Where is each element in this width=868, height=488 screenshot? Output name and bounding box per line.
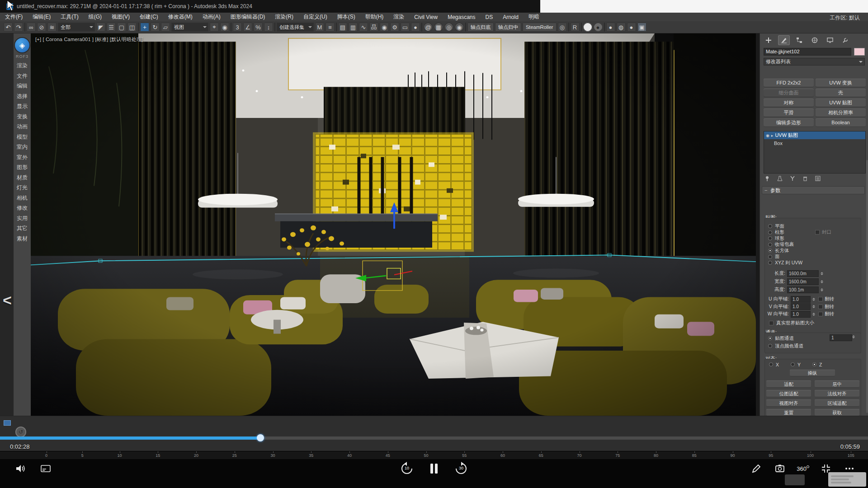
selection-filter-dropdown[interactable]: 全部 (58, 23, 95, 32)
panel-scrollbar[interactable] (866, 160, 868, 413)
modify-tab-icon[interactable] (778, 35, 790, 45)
sidebar-item[interactable]: 图形 (14, 162, 31, 173)
toolbar-icon[interactable] (274, 23, 275, 32)
menu-item[interactable]: 图形编辑器(D) (226, 13, 270, 21)
modifier-button[interactable]: UVW 变换 (816, 79, 866, 87)
forward-30-icon[interactable]: 30 (454, 462, 468, 475)
sidebar-item[interactable]: 材质 (14, 173, 31, 183)
align-button[interactable]: 居中 (815, 380, 859, 388)
toolbar-icon[interactable] (336, 23, 337, 32)
align-button[interactable]: 获取 (815, 409, 859, 416)
script-circle-a-icon[interactable]: @ (424, 23, 433, 32)
selection-region-icon[interactable]: ▢ (117, 23, 126, 32)
dimension-row[interactable]: 长度: 1600.0m (770, 269, 825, 277)
schematic-view-icon[interactable]: 品 (369, 23, 378, 32)
toolbar-icon[interactable] (231, 23, 231, 32)
align-button[interactable]: 区域适配 (815, 399, 859, 407)
mapping-option[interactable]: 面 (768, 254, 802, 260)
menu-item[interactable]: 视图(V) (107, 13, 135, 21)
spinner-icon[interactable] (812, 303, 816, 310)
script-circle-eye-icon[interactable]: ◉ (455, 23, 464, 32)
progress-handle[interactable] (257, 434, 264, 441)
toolbar-icon[interactable] (24, 23, 25, 32)
dark-ball-icon[interactable]: ● (594, 23, 603, 32)
sidebar-item[interactable]: 相机 (14, 193, 31, 203)
screenshot-icon[interactable] (773, 462, 787, 475)
axis-option[interactable]: X (769, 361, 779, 368)
flip-checkbox-icon[interactable] (818, 312, 823, 316)
sidebar-item[interactable]: 编辑 (14, 81, 31, 91)
sidebar-item[interactable]: 文件 (14, 71, 31, 81)
hierarchy-tab-icon[interactable] (793, 35, 805, 45)
pin-stack-icon[interactable] (764, 175, 771, 182)
mapping-option[interactable]: 平面 (768, 223, 802, 230)
pivot-center-button[interactable]: 轴点归中 (495, 23, 521, 32)
align-button[interactable]: 法线对齐 (815, 390, 859, 397)
menu-item[interactable]: 动画(A) (198, 13, 226, 21)
menu-item[interactable]: 渲染(R) (270, 13, 298, 21)
menu-item[interactable]: 帮助(H) (360, 13, 389, 21)
render-production-icon[interactable]: ● (411, 23, 420, 32)
sidebar-item[interactable]: 显示 (14, 101, 31, 112)
angle-snap-icon[interactable]: ∠ (243, 23, 252, 32)
sidebar-item[interactable]: 修改 (14, 203, 31, 213)
menu-item[interactable]: Civil View (409, 14, 443, 20)
sidebar-item[interactable]: 渲染 (14, 61, 31, 71)
sidebar-item[interactable]: 动画 (14, 122, 31, 132)
toolbar-icon[interactable] (421, 23, 422, 32)
tiling-row[interactable]: U 向平铺: 1.0 翻转 (764, 296, 834, 303)
menu-item[interactable]: 编辑(E) (28, 13, 56, 21)
frame-ruler[interactable]: 0510152025303540455055606570758085909510… (0, 451, 868, 460)
channel-option[interactable]: 贴图通道 (768, 334, 803, 342)
modifier-button[interactable]: UVW 贴图 (816, 99, 866, 107)
spinner-icon[interactable] (821, 278, 825, 285)
sidebar-item[interactable]: 实用 (14, 213, 31, 224)
align-button[interactable]: 位图适配 (766, 390, 811, 397)
ribbon-toggle-icon[interactable]: ▥ (349, 23, 358, 32)
previous-overlay-icon[interactable]: < (3, 291, 12, 309)
plugin-icon-4[interactable]: ▣ (637, 23, 646, 32)
tiling-row[interactable]: V 向平铺: 1.0 翻转 (764, 303, 834, 311)
viewport[interactable] (31, 33, 756, 416)
visibility-eye-icon[interactable]: ◉ (766, 133, 769, 138)
toolbar-icon[interactable] (138, 23, 139, 32)
modifier-list-dropdown[interactable]: 修改器列表 (764, 58, 865, 66)
steamroller-button[interactable]: SteamRoller (523, 23, 557, 32)
viewport-label[interactable]: [+] [ Corona Camera001 ] [标准] [默认明暗处理] (35, 36, 143, 43)
annotate-pencil-icon[interactable] (750, 462, 763, 475)
flip-checkbox-icon[interactable] (818, 305, 823, 309)
camera-tool-icon[interactable]: ◎ (558, 23, 567, 32)
sidebar-logo-icon[interactable]: ◈ (15, 38, 29, 52)
modifier-button[interactable]: Boolean (816, 118, 866, 127)
spinner-icon[interactable] (812, 296, 816, 303)
map-channel-value[interactable]: 1 (830, 334, 852, 341)
selection-lock-icon[interactable] (4, 420, 11, 426)
modifier-button[interactable]: 相机分辨率 (816, 108, 866, 117)
real-world-checkbox[interactable]: 真实世界贴图大小 (769, 320, 814, 326)
select-manipulate-icon[interactable]: ◉ (220, 23, 229, 32)
modifier-stack-row[interactable]: ◉ ▸ UVW 贴图 (764, 131, 865, 139)
menu-item[interactable]: 渲染 (388, 13, 409, 21)
make-unique-icon[interactable] (789, 175, 796, 182)
mapping-option[interactable]: 长方体 (768, 248, 802, 254)
sidebar-item[interactable]: 模型 (14, 132, 31, 142)
menu-item[interactable]: 修改器(M) (163, 13, 198, 21)
percent-snap-icon[interactable]: % (254, 23, 263, 32)
create-tab-icon[interactable] (763, 35, 774, 45)
modifier-button[interactable]: 细分曲面 (764, 89, 814, 97)
render-setup-icon[interactable]: ⚙ (390, 23, 399, 32)
menu-item[interactable]: 创建(C) (135, 13, 163, 21)
toolbar-icon[interactable] (568, 23, 569, 32)
spinner-snap-icon[interactable]: ↕ (264, 23, 273, 32)
menu-item[interactable]: Megascans (443, 14, 480, 20)
parameters-rollout-header[interactable]: 参数 (762, 186, 865, 194)
undo-icon[interactable]: ↶ (4, 23, 13, 32)
subtitle-screen-icon[interactable] (39, 462, 52, 475)
unlink-icon[interactable]: ⊘ (37, 23, 46, 32)
sidebar-item[interactable]: 选择 (14, 91, 31, 102)
channel-option[interactable]: 顶点颜色通道 (768, 342, 803, 350)
expand-arrow-icon[interactable]: ▸ (771, 133, 774, 138)
menu-item[interactable]: 文件(F) (0, 13, 28, 21)
layer-manager-icon[interactable]: ▤ (338, 23, 347, 32)
modifier-button[interactable]: 对称 (764, 99, 814, 107)
